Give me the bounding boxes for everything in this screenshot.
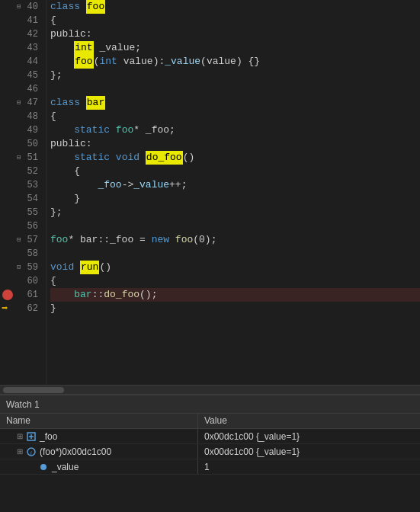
- code-line-50: public:: [50, 137, 420, 151]
- code-line-43: int _value;: [50, 41, 420, 55]
- svg-point-5: [40, 464, 46, 470]
- code-line-40: class foo: [50, 0, 420, 14]
- line-number-56: 56: [15, 219, 41, 233]
- line-number-61: 61: [15, 288, 41, 302]
- watch-name-cell: ⊞f(foo*)0x00dc1c00: [0, 444, 198, 459]
- code-line-57: foo* bar::_foo = new foo(0);: [50, 233, 420, 247]
- arrow-marker: ➡: [0, 302, 8, 315]
- watch-var-value: 0x00dc1c00 {_value=1}: [198, 444, 420, 459]
- watch-type-icon: [38, 462, 49, 472]
- fold-icon[interactable]: ⊟: [17, 233, 21, 247]
- line-number-59: ⊟59: [15, 261, 41, 274]
- line-number-55: 55: [15, 206, 41, 219]
- watch-rows-container: ⊞_foo0x00dc1c00 {_value=1}⊞f(foo*)0x00dc…: [0, 429, 420, 475]
- line-number-53: 53: [15, 178, 41, 192]
- line-number-51: ⊟51: [15, 151, 41, 165]
- code-line-51: static void do_foo(): [50, 151, 420, 165]
- editor-area: ➡ ⊟40414243444546⊟47484950⊟515253545556⊟…: [0, 0, 420, 394]
- watch-row[interactable]: _value1: [0, 459, 420, 475]
- watch-column-headers: Name Value: [0, 414, 420, 429]
- expand-icon[interactable]: ⊞: [17, 432, 23, 440]
- code-line-61: bar::do_foo();: [50, 288, 420, 302]
- code-line-45: };: [50, 69, 420, 82]
- line-number-58: 58: [15, 247, 41, 261]
- watch-table: Name Value ⊞_foo0x00dc1c00 {_value=1}⊞f(…: [0, 414, 420, 512]
- code-line-42: public:: [50, 27, 420, 41]
- line-number-48: 48: [15, 110, 41, 123]
- watch-var-name: (foo*)0x00dc1c00: [40, 446, 111, 457]
- code-line-47: class bar: [50, 96, 420, 110]
- code-line-53: _foo->_value++;: [50, 178, 420, 192]
- code-line-60: {: [50, 274, 420, 288]
- code-line-52: {: [50, 165, 420, 178]
- code-line-44: foo(int value):_value(value) {}: [50, 55, 420, 69]
- watch-var-value: 1: [198, 459, 420, 474]
- code-line-62: }: [50, 302, 420, 315]
- expand-icon[interactable]: ⊞: [17, 447, 23, 456]
- line-number-49: 49: [15, 123, 41, 137]
- line-number-47: ⊟47: [15, 96, 41, 110]
- line-number-50: 50: [15, 137, 41, 151]
- watch-name-cell: ⊞_foo: [0, 429, 198, 443]
- line-number-62: 62: [15, 302, 41, 315]
- code-line-56: [50, 219, 420, 233]
- code-line-49: static foo* _foo;: [50, 123, 420, 137]
- fold-icon[interactable]: ⊟: [17, 261, 21, 274]
- line-number-44: 44: [15, 55, 41, 69]
- line-number-52: 52: [15, 165, 41, 178]
- code-line-58: [50, 247, 420, 261]
- watch-var-name: _value: [52, 462, 79, 472]
- line-number-43: 43: [15, 41, 41, 55]
- watch-col-name-header: Name: [0, 414, 198, 428]
- watch-col-value-header: Value: [198, 414, 420, 428]
- line-number-60: 60: [15, 274, 41, 288]
- watch-row[interactable]: ⊞f(foo*)0x00dc1c000x00dc1c00 {_value=1}: [0, 444, 420, 459]
- code-line-41: {: [50, 14, 420, 27]
- watch-row[interactable]: ⊞_foo0x00dc1c00 {_value=1}: [0, 429, 420, 444]
- breakpoint-marker: [2, 290, 13, 300]
- code-line-54: }: [50, 192, 420, 206]
- line-number-41: 41: [15, 14, 41, 27]
- code-line-48: {: [50, 110, 420, 123]
- line-number-45: 45: [15, 69, 41, 82]
- code-line-59: void run(): [50, 261, 420, 274]
- left-margin: ➡: [0, 0, 15, 385]
- watch-type-icon: f: [26, 446, 37, 457]
- watch-var-name: _foo: [40, 431, 57, 442]
- code-lines[interactable]: class foo{public: int _value; foo(int va…: [46, 0, 420, 385]
- fold-icon[interactable]: ⊟: [17, 96, 21, 110]
- scrollbar-thumb[interactable]: [3, 387, 64, 393]
- watch-type-icon: [26, 431, 37, 442]
- line-number-46: 46: [15, 82, 41, 96]
- line-number-57: ⊟57: [15, 233, 41, 247]
- watch-var-value: 0x00dc1c00 {_value=1}: [198, 429, 420, 443]
- watch-header: Watch 1: [0, 395, 420, 414]
- watch-name-cell: _value: [0, 459, 198, 474]
- line-number-42: 42: [15, 27, 41, 41]
- fold-icon[interactable]: ⊟: [17, 151, 21, 165]
- horizontal-scrollbar[interactable]: [0, 385, 420, 394]
- fold-icon[interactable]: ⊟: [17, 0, 21, 14]
- line-number-40: ⊟40: [15, 0, 41, 14]
- watch-panel: Watch 1 Name Value ⊞_foo0x00dc1c00 {_val…: [0, 394, 420, 512]
- code-line-46: [50, 82, 420, 96]
- line-numbers-gutter: ⊟40414243444546⊟47484950⊟515253545556⊟57…: [15, 0, 46, 385]
- code-container: ➡ ⊟40414243444546⊟47484950⊟515253545556⊟…: [0, 0, 420, 385]
- line-number-54: 54: [15, 192, 41, 206]
- watch-title: Watch 1: [6, 399, 40, 410]
- code-line-55: };: [50, 206, 420, 219]
